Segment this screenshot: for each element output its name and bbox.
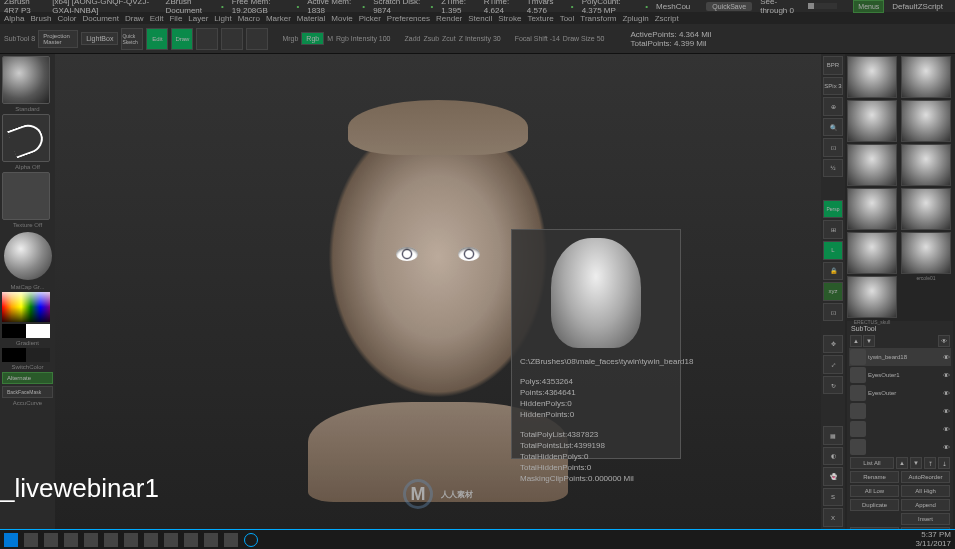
- visibility-icon[interactable]: 👁: [943, 444, 950, 451]
- bottom-icon[interactable]: ⤓: [938, 457, 950, 469]
- viewport[interactable]: C:\ZBrushes\08\male_faces\tywin\tywin_be…: [55, 54, 821, 529]
- taskview-icon[interactable]: [44, 533, 58, 547]
- zcut-button[interactable]: Zcut: [442, 35, 456, 42]
- menu-stencil[interactable]: Stencil: [468, 14, 492, 23]
- ghost-button[interactable]: 👻: [823, 467, 843, 486]
- tool-thumb-silvio_scaief[interactable]: silvio_scaief: [901, 100, 951, 142]
- visibility-icon[interactable]: 👁: [943, 390, 950, 397]
- aahalf-button[interactable]: ½: [823, 159, 843, 178]
- menu-tool[interactable]: Tool: [560, 14, 575, 23]
- menu-alpha[interactable]: Alpha: [4, 14, 24, 23]
- menu-edit[interactable]: Edit: [150, 14, 164, 23]
- draw-button[interactable]: Draw: [171, 28, 193, 50]
- move-button[interactable]: [196, 28, 218, 50]
- system-clock[interactable]: 5:37 PM 3/11/2017: [915, 531, 951, 549]
- gradient-label[interactable]: Gradient: [2, 340, 53, 346]
- spix-button[interactable]: SPix 3: [823, 77, 843, 96]
- app-icon[interactable]: [164, 533, 178, 547]
- menu-document[interactable]: Document: [83, 14, 119, 23]
- menu-draw[interactable]: Draw: [125, 14, 144, 23]
- visibility-icon[interactable]: 👁: [943, 408, 950, 415]
- quicksave-button[interactable]: QuickSave: [706, 2, 752, 11]
- zoom-button[interactable]: 🔍: [823, 118, 843, 137]
- subtool-item[interactable]: EyesOuter👁: [849, 384, 951, 402]
- alpha-thumb[interactable]: [2, 172, 50, 220]
- persp-button[interactable]: Persp: [823, 200, 843, 219]
- menu-material[interactable]: Material: [297, 14, 325, 23]
- projection-master-button[interactable]: Projection Master: [38, 30, 78, 48]
- scale-button[interactable]: [221, 28, 243, 50]
- tool-thumb-male_04[interactable]: male_04: [847, 232, 897, 274]
- menu-render[interactable]: Render: [436, 14, 462, 23]
- recording-icon[interactable]: [244, 533, 258, 547]
- stroke-thumb[interactable]: [2, 114, 50, 162]
- menu-brush[interactable]: Brush: [30, 14, 51, 23]
- solo-button[interactable]: S: [823, 488, 843, 507]
- app-icon[interactable]: [124, 533, 138, 547]
- backfacemask-button[interactable]: BackFaceMask: [2, 386, 53, 398]
- menu-zplugin[interactable]: Zplugin: [622, 14, 648, 23]
- xpose-button[interactable]: X: [823, 508, 843, 527]
- arrow-down-icon[interactable]: ▼: [863, 335, 875, 347]
- tool-thumb-erectus_skull[interactable]: ERECTUS_skull: [847, 276, 897, 318]
- m-button[interactable]: M: [327, 35, 333, 42]
- app-icon[interactable]: [184, 533, 198, 547]
- color-picker[interactable]: [2, 292, 50, 322]
- menu-texture[interactable]: Texture: [527, 14, 553, 23]
- material-thumb[interactable]: [4, 232, 52, 280]
- gradient-swatch[interactable]: [2, 348, 50, 362]
- menu-preferences[interactable]: Preferences: [387, 14, 430, 23]
- scale-tool[interactable]: ⤢: [823, 355, 843, 374]
- app-icon[interactable]: [204, 533, 218, 547]
- alllow-button[interactable]: All Low: [850, 485, 899, 497]
- subtool-item[interactable]: EyesOuter1👁: [849, 366, 951, 384]
- menu-file[interactable]: File: [169, 14, 182, 23]
- app-icon[interactable]: [144, 533, 158, 547]
- top-icon[interactable]: ⤒: [924, 457, 936, 469]
- zsub-button[interactable]: Zsub: [423, 35, 439, 42]
- tool-thumb-susanna_00[interactable]: susanna_00: [901, 144, 951, 186]
- tool-thumb-tywin_beard18[interactable]: tywin_beard1...: [901, 188, 951, 230]
- rgb-intensity[interactable]: Rgb Intensity 100: [336, 35, 390, 42]
- app-icon[interactable]: [104, 533, 118, 547]
- mrgb-button[interactable]: Mrgb: [282, 35, 298, 42]
- floor-button[interactable]: ⊞: [823, 220, 843, 239]
- lock-button[interactable]: 🔒: [823, 262, 843, 281]
- tool-thumb-PolyMsh3D[interactable]: PolyMsh3D: [901, 56, 951, 98]
- eye-icon[interactable]: 👁: [938, 335, 950, 347]
- search-icon[interactable]: [24, 533, 38, 547]
- tool-thumb-SimpleBrush[interactable]: SimpleBrush: [847, 56, 897, 98]
- visibility-icon[interactable]: 👁: [943, 372, 950, 379]
- move-tool[interactable]: ✥: [823, 335, 843, 354]
- windows-taskbar[interactable]: 5:37 PM 3/11/2017: [0, 529, 955, 549]
- start-button[interactable]: [4, 533, 18, 547]
- autoreorder-button[interactable]: AutoReorder: [901, 471, 950, 483]
- tool-thumb-ercole_01[interactable]: ercole01: [901, 232, 951, 274]
- explorer-icon[interactable]: [64, 533, 78, 547]
- app-icon[interactable]: [224, 533, 238, 547]
- duplicate-button[interactable]: Duplicate: [850, 499, 899, 511]
- visibility-icon[interactable]: 👁: [943, 354, 950, 361]
- local-button[interactable]: L: [823, 241, 843, 260]
- menu-transform[interactable]: Transform: [580, 14, 616, 23]
- menu-marker[interactable]: Marker: [266, 14, 291, 23]
- draw-size[interactable]: Draw Size 50: [563, 35, 605, 42]
- up-icon[interactable]: ▲: [896, 457, 908, 469]
- z-intensity[interactable]: Z Intensity 30: [459, 35, 501, 42]
- menu-movie[interactable]: Movie: [331, 14, 352, 23]
- edit-button[interactable]: Edit: [146, 28, 168, 50]
- menu-light[interactable]: Light: [214, 14, 231, 23]
- seethrough-control[interactable]: See-through 0: [760, 0, 845, 15]
- focal-shift[interactable]: Focal Shift -14: [515, 35, 560, 42]
- edge-icon[interactable]: [84, 533, 98, 547]
- rename-button[interactable]: Rename: [850, 471, 899, 483]
- tool-thumb-silvio_sculpt[interactable]: silvio_sculpt: [847, 100, 897, 142]
- allhigh-button[interactable]: All High: [901, 485, 950, 497]
- down-icon[interactable]: ▼: [910, 457, 922, 469]
- accucurve-button[interactable]: AccuCurve: [2, 400, 53, 406]
- scroll-button[interactable]: ⊕: [823, 97, 843, 116]
- actual-button[interactable]: ⊡: [823, 138, 843, 157]
- tool-thumb-african_00[interactable]: african_00: [847, 188, 897, 230]
- menu-macro[interactable]: Macro: [238, 14, 260, 23]
- menu-zscript[interactable]: Zscript: [655, 14, 679, 23]
